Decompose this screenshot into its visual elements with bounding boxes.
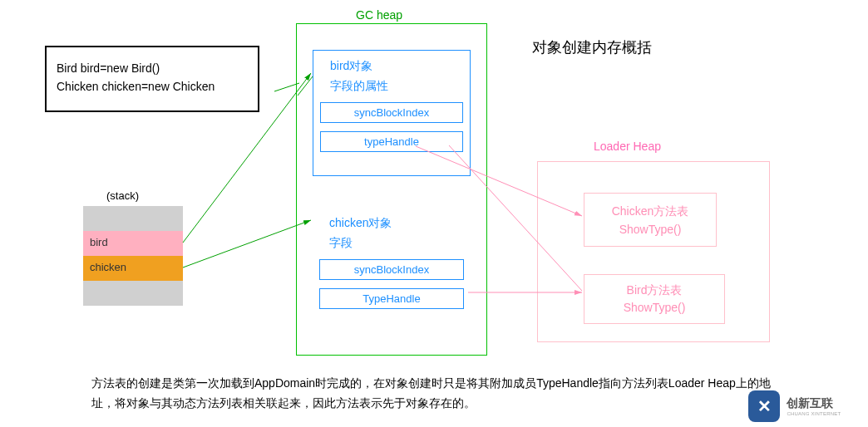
chicken-object-box: chicken对象 字段 syncBlockIndex TypeHandle [313, 208, 471, 332]
logo-badge-icon: ✕ [748, 390, 780, 422]
loader-heap-title: Loader Heap [594, 140, 661, 153]
main-title: 对象创建内存概括 [532, 37, 652, 57]
stack-chicken-slot: chicken [83, 256, 183, 281]
footer-description: 方法表的创建是类第一次加载到AppDomain时完成的，在对象创建时只是将其附加… [91, 374, 773, 414]
brand-logo: ✕ 创新互联 CHUANG XINTERNET [748, 390, 865, 424]
bird-method-table: Bird方法表 ShowType() [584, 274, 725, 324]
code-declaration-box: Bird bird=new Bird() Chicken chicken=new… [45, 46, 259, 112]
stack-empty-top [83, 206, 183, 231]
gc-heap-title: GC heap [356, 8, 402, 22]
chicken-method-table-label: Chicken方法表 [584, 202, 716, 220]
chicken-object-label: chicken对象 [329, 216, 464, 231]
stack-bird-slot: bird [83, 231, 183, 256]
code-line-2: Chicken chicken=new Chicken [57, 77, 248, 96]
chicken-typehandle-box: TypeHandle [319, 288, 464, 309]
bird-showtype-label: ShowType() [584, 299, 724, 317]
stack-title: (stack) [106, 189, 139, 202]
stack-container: bird chicken [83, 206, 183, 306]
logo-brand-text: 创新互联 CHUANG XINTERNET [787, 396, 841, 416]
chicken-showtype-label: ShowType() [584, 220, 716, 238]
chicken-fields-label: 字段 [329, 236, 464, 251]
bird-fields-label: 字段的属性 [330, 79, 463, 94]
stack-empty-bottom [83, 281, 183, 306]
bird-object-label: bird对象 [330, 59, 463, 74]
bird-syncblockindex-box: syncBlockIndex [320, 102, 463, 123]
bird-method-table-label: Bird方法表 [584, 282, 724, 299]
chicken-method-table: Chicken方法表 ShowType() [584, 193, 717, 247]
arrow-chicken-to-heap [183, 220, 311, 267]
logo-brand-sub: CHUANG XINTERNET [787, 411, 841, 416]
bird-typehandle-box: typeHandle [320, 131, 463, 152]
chicken-syncblockindex-box: syncBlockIndex [319, 259, 464, 280]
code-line-1: Bird bird=new Bird() [57, 59, 248, 77]
bird-object-box: bird对象 字段的属性 syncBlockIndex typeHandle [313, 50, 471, 176]
logo-brand-main: 创新互联 [787, 396, 833, 410]
